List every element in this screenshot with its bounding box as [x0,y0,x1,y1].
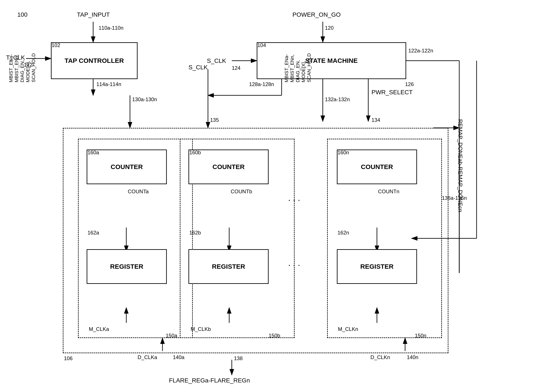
register-b-label: REGISTER [212,263,245,270]
outer-left-ref: 106 [64,355,73,361]
dclk-n-label: D_CLKn [370,354,390,360]
count-a-label: COUNTa [128,189,149,195]
box-b-ref: 150b [269,333,280,339]
counter-a-ref: 160a [87,150,99,156]
pwr-select-ref: 126 [405,81,414,87]
reg-a-ref: 162a [87,230,99,236]
reg-n-ref: 162n [337,230,349,236]
s-clk-mid-ref: 135 [210,117,219,123]
register-a-label: REGISTER [110,263,143,270]
diagram-ref: 100 [17,11,27,18]
tap-input-ref: 110a-110n [98,25,124,31]
ref-128: 128a-128n [249,81,274,87]
power-on-go-label: POWER_ON_GO [293,11,341,18]
counter-a-label: COUNTER [111,163,143,170]
tap-controller-label: TAP CONTROLLER [65,57,124,64]
power-on-go-ref: 120 [325,25,334,31]
mbist-left-label: MBIST_ENa-MBIST_ENn,DIAG_EN,MODE[X],SCAN… [8,28,36,82]
state-machine-label: STATE MACHINE [305,57,358,64]
count-b-label: COUNTb [231,189,252,195]
state-out-ref: 132a-132n [325,96,350,103]
mbist-right-label: MBIST_ENa-MBIST_ENn,DIAG_EN,MODE[X],SCAN… [284,28,312,82]
outer-bottom-ref: 138 [234,355,243,361]
flare-label: FLARE_REGa-FLARE_REGn [169,377,250,384]
counter-n-ref: 160n [337,150,349,156]
mclk-n-label: M_CLKn [338,326,358,332]
state-pwr-ref: 134 [372,117,380,123]
state-machine-ref: 104 [257,42,266,48]
box-n-ref: 150n [415,333,426,339]
reg-b-ref: 162b [189,230,201,236]
register-b-box: REGISTER [189,249,269,284]
state-right-ref: 122a-122n [408,48,433,54]
count-n-label: COUNTn [378,189,400,195]
register-n-box: REGISTER [337,249,417,284]
state-machine-box: STATE MACHINE [257,42,406,79]
dclk-a-ref: 140a [173,354,184,360]
dclk-n-ref: 140n [407,354,418,360]
dots-label: · · · [288,195,300,205]
tap-to-outer-ref: 130a-130n [132,96,157,103]
counter-b-ref: 160b [189,150,201,156]
box-a-ref: 150a [166,333,177,339]
mclk-b-label: M_CLKb [191,326,211,332]
dclk-a-label: D_CLKa [138,354,157,360]
s-clk-ref: 124 [232,65,240,71]
counter-n-label: COUNTER [361,163,393,170]
s-clk-mid-label: S_CLK [189,64,208,71]
tap-output-ref: 114a-114n [96,81,121,87]
register-a-box: REGISTER [87,249,167,284]
counter-b-label: COUNTER [212,163,244,170]
s-clk-left-label: S_CLK [207,57,226,64]
tap-controller-box: TAP CONTROLLER [51,42,138,79]
dots-label2: · · · [288,260,300,270]
pwr-select-label: PWR_SELECT [372,89,413,96]
tap-input-label: TAP_INPUT [77,11,110,18]
tap-controller-ref: 102 [52,42,60,48]
register-n-label: REGISTER [360,263,393,270]
mclk-a-label: M_CLKa [89,326,109,332]
